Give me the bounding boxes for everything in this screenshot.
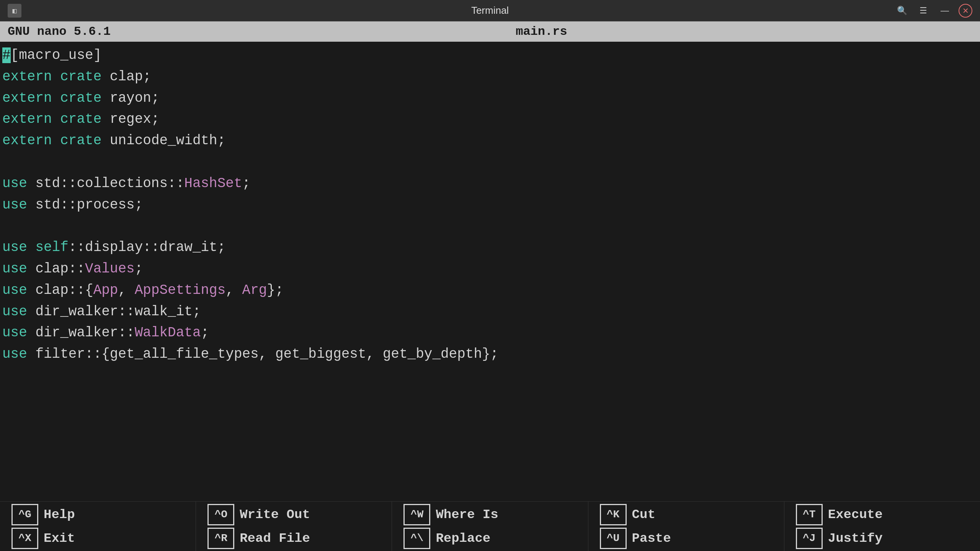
code-area[interactable]: #[macro_use] extern crate clap; extern c… <box>0 42 980 368</box>
code-line-12: use clap::{App, AppSettings, Arg}; <box>2 280 978 301</box>
label-paste: Paste <box>632 531 671 546</box>
shortcut-write-out: ^O Write Out <box>207 504 380 525</box>
code-line-15: use filter::{get_all_file_types, get_big… <box>2 344 978 365</box>
shortcut-cut: ^K Cut <box>600 504 773 525</box>
code-line-10: use self::display::draw_it; <box>2 237 978 258</box>
label-help: Help <box>44 507 75 522</box>
key-ctrl-w: ^W <box>403 504 430 525</box>
title-bar-controls: 🔍 ☰ — ✕ <box>894 3 972 18</box>
label-justify: Justify <box>828 531 883 546</box>
minimize-button[interactable]: — <box>937 3 952 18</box>
key-ctrl-j: ^J <box>796 528 823 549</box>
close-button[interactable]: ✕ <box>959 4 972 18</box>
shortcut-group-3: ^W Where Is ^\ Replace <box>392 502 588 551</box>
label-write-out: Write Out <box>240 507 310 522</box>
label-where-is: Where Is <box>436 507 498 522</box>
shortcut-execute: ^T Execute <box>796 504 969 525</box>
nano-version: GNU nano 5.6.1 <box>8 24 111 39</box>
code-line-6 <box>2 152 978 173</box>
app-icon: ◧ <box>8 4 21 18</box>
title-bar: ◧ Terminal 🔍 ☰ — ✕ <box>0 0 980 21</box>
nano-header: GNU nano 5.6.1 main.rs <box>0 21 980 42</box>
cursor: # <box>2 47 11 63</box>
label-cut: Cut <box>632 507 655 522</box>
code-line-7: use std::collections::HashSet; <box>2 173 978 194</box>
key-ctrl-r: ^R <box>207 528 234 549</box>
label-replace: Replace <box>436 531 490 546</box>
code-wrapper: #[macro_use] extern crate clap; extern c… <box>0 42 980 551</box>
code-line-5: extern crate unicode_width; <box>2 130 978 152</box>
shortcut-paste: ^U Paste <box>600 528 773 549</box>
shortcut-group-1: ^G Help ^X Exit <box>0 502 196 551</box>
code-line-13: use dir_walker::walk_it; <box>2 301 978 323</box>
code-line-4: extern crate regex; <box>2 109 978 130</box>
label-read-file: Read File <box>240 531 310 546</box>
label-exit: Exit <box>44 531 75 546</box>
code-line-14: use dir_walker::WalkData; <box>2 322 978 344</box>
code-line-3: extern crate rayon; <box>2 88 978 109</box>
window-title: Terminal <box>471 5 509 16</box>
code-line-1: #[macro_use] <box>2 45 978 66</box>
code-line-2: extern crate clap; <box>2 66 978 88</box>
menu-button[interactable]: ☰ <box>916 3 931 18</box>
key-ctrl-g: ^G <box>11 504 38 525</box>
search-button[interactable]: 🔍 <box>894 3 910 18</box>
shortcut-read-file: ^R Read File <box>207 528 380 549</box>
shortcut-where-is: ^W Where Is <box>403 504 576 525</box>
shortcut-group-4: ^K Cut ^U Paste <box>588 502 784 551</box>
key-ctrl-k: ^K <box>600 504 627 525</box>
code-line-8: use std::process; <box>2 194 978 216</box>
key-ctrl-o: ^O <box>207 504 234 525</box>
shortcut-help: ^G Help <box>11 504 184 525</box>
shortcut-replace: ^\ Replace <box>403 528 576 549</box>
key-ctrl-backslash: ^\ <box>403 528 430 549</box>
code-line-9 <box>2 215 978 237</box>
shortcut-exit: ^X Exit <box>11 528 184 549</box>
key-ctrl-x: ^X <box>11 528 38 549</box>
code-line-11: use clap::Values; <box>2 258 978 280</box>
nano-filename: main.rs <box>516 24 567 39</box>
content-wrapper: GNU nano 5.6.1 main.rs #[macro_use] exte… <box>0 21 980 551</box>
key-ctrl-u: ^U <box>600 528 627 549</box>
shortcut-justify: ^J Justify <box>796 528 969 549</box>
shortcut-group-5: ^T Execute ^J Justify <box>784 502 980 551</box>
shortcut-group-2: ^O Write Out ^R Read File <box>196 502 392 551</box>
label-execute: Execute <box>828 507 883 522</box>
bottom-bar: ^G Help ^X Exit ^O Write Out ^R Read Fil… <box>0 501 980 551</box>
key-ctrl-t: ^T <box>796 504 823 525</box>
title-bar-left: ◧ <box>8 4 21 18</box>
